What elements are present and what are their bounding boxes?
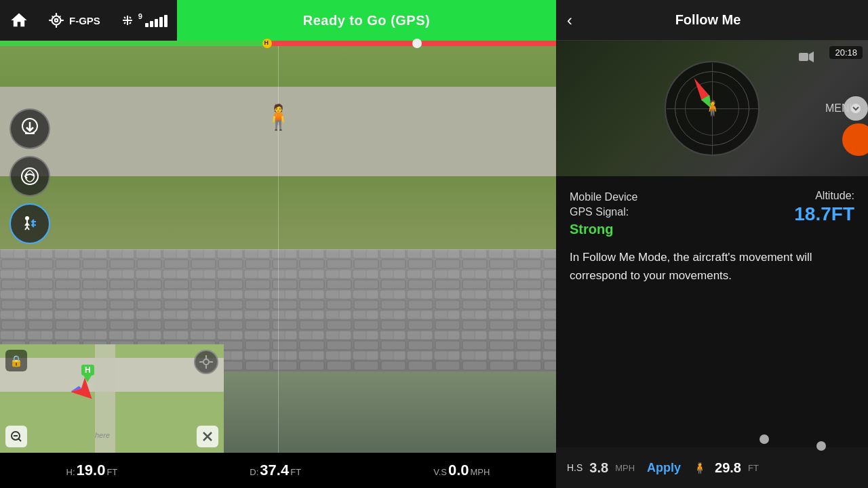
- mini-map: H here 🔒: [0, 344, 224, 453]
- ft-value: 29.8: [715, 460, 741, 476]
- person-icon-small: 🧍: [693, 462, 707, 474]
- vs-unit: MPH: [471, 467, 490, 477]
- map-zoom-out-button[interactable]: [5, 426, 27, 447]
- info-section: Mobile Device GPS Signal: Strong Altitud…: [556, 176, 868, 435]
- right-bottom-bar: H.S 3.8 MPH Apply 🧍 29.8 FT: [556, 447, 868, 488]
- compass-area: 20:18 MENU 🧍: [556, 41, 868, 176]
- flight-stats-bar: H: 19.0 FT D: 37.4 FT V.S 0.0 MPH: [0, 453, 556, 488]
- signal-bars: [145, 14, 167, 27]
- altitude-label: Altitude:: [794, 190, 854, 202]
- svg-line-26: [27, 227, 29, 230]
- hs-label: H.S: [567, 462, 583, 473]
- map-clear-button[interactable]: [197, 426, 218, 447]
- time-display: 20:18: [829, 46, 863, 59]
- svg-point-39: [851, 104, 861, 113]
- map-lock-button[interactable]: 🔒: [5, 350, 27, 371]
- home-waypoint-dot: [262, 39, 272, 48]
- follow-me-button[interactable]: [9, 203, 50, 244]
- height-stat: H: 19.0 FT: [66, 462, 118, 479]
- compass-person-icon: 🧍: [703, 100, 722, 117]
- distance-stat: D: 37.4 FT: [250, 462, 301, 479]
- gps-signal-block: Mobile Device GPS Signal: Strong: [570, 190, 637, 237]
- svg-marker-27: [71, 378, 98, 405]
- end-waypoint-dot: [412, 39, 422, 48]
- follow-me-panel: ‹ Follow Me 20:18 MENU: [556, 0, 868, 488]
- home-button[interactable]: [0, 0, 38, 41]
- sliders: [570, 438, 854, 445]
- panel-header: ‹ Follow Me: [556, 0, 868, 41]
- distance-label: D:: [250, 467, 258, 477]
- svg-line-14: [124, 17, 125, 18]
- ready-label: Ready to Go (GPS): [303, 13, 430, 28]
- vertical-speed-stat: V.S 0.0 MPH: [433, 462, 490, 479]
- svg-point-21: [25, 216, 29, 220]
- hs-value: 3.8: [589, 460, 608, 476]
- gps-signal-label-line1: Mobile Device: [570, 190, 637, 205]
- distance-value: 37.4: [260, 462, 289, 479]
- camera-view: 🧍 F-GPS: [0, 0, 556, 488]
- scroll-button[interactable]: [844, 96, 868, 121]
- altitude-block: Altitude: 18.7FT: [794, 190, 854, 225]
- slider-area: [556, 435, 868, 447]
- svg-line-15: [130, 17, 131, 18]
- height-value: 19.0: [77, 462, 106, 479]
- svg-line-36: [18, 439, 21, 441]
- land-button[interactable]: [9, 108, 50, 149]
- video-icon[interactable]: [799, 52, 814, 64]
- height-unit: FT: [106, 467, 117, 477]
- svg-line-16: [124, 22, 125, 24]
- signal-count: 9: [138, 12, 142, 20]
- hs-unit: MPH: [615, 463, 635, 473]
- svg-point-4: [55, 19, 58, 22]
- progress-bar: [0, 41, 556, 46]
- fgps-button[interactable]: F-GPS: [38, 0, 110, 41]
- fgps-label: F-GPS: [69, 15, 100, 26]
- tracked-person: 🧍: [263, 103, 294, 131]
- svg-marker-38: [809, 52, 814, 62]
- svg-rect-37: [799, 53, 808, 61]
- ready-status-button[interactable]: Ready to Go (GPS): [177, 0, 556, 41]
- compass: 🧍: [665, 61, 760, 156]
- ft-unit: FT: [748, 463, 759, 473]
- svg-line-17: [130, 22, 131, 24]
- vs-value: 0.0: [448, 462, 469, 479]
- svg-point-29: [203, 359, 209, 365]
- top-navigation-bar: F-GPS 9 Ready to Go (GPS): [0, 0, 556, 41]
- follow-me-description: In Follow Me Mode, the aircraft's moveme…: [570, 248, 854, 285]
- back-button[interactable]: ‹: [567, 11, 579, 30]
- map-center-button[interactable]: [194, 350, 218, 374]
- altitude-value: 18.7FT: [794, 203, 854, 225]
- progress-fill: [0, 41, 267, 46]
- compass-circle: 🧍: [665, 61, 760, 156]
- signal-button[interactable]: 9: [110, 0, 177, 41]
- drone-marker: [71, 378, 98, 408]
- vs-label: V.S: [433, 467, 447, 477]
- distance-unit: FT: [290, 467, 301, 477]
- return-home-button[interactable]: [9, 156, 50, 197]
- gps-signal-value: Strong: [570, 222, 637, 237]
- left-control-panel: [9, 108, 50, 244]
- height-label: H:: [66, 467, 75, 477]
- apply-button[interactable]: Apply: [642, 461, 686, 475]
- gps-signal-label-line2: GPS Signal:: [570, 205, 637, 220]
- panel-title: Follow Me: [579, 12, 857, 28]
- gps-altitude-row: Mobile Device GPS Signal: Strong Altitud…: [570, 190, 854, 237]
- map-label: here: [95, 431, 110, 439]
